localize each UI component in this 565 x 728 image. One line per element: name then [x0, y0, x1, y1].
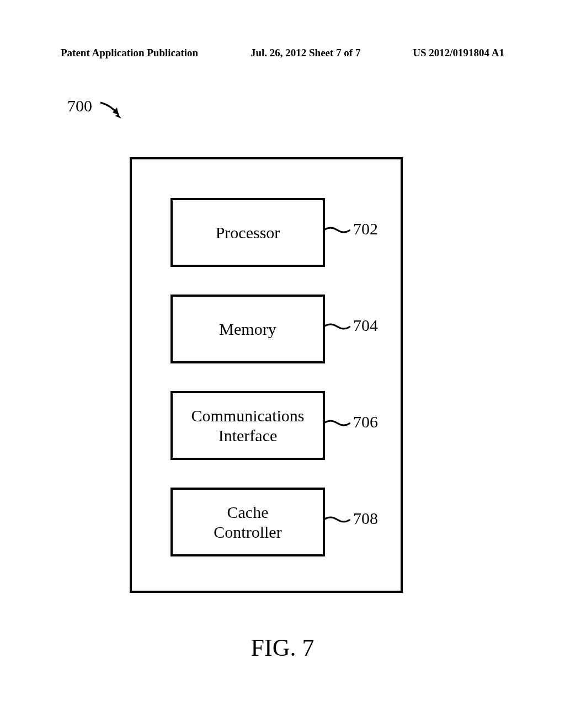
page-header: Patent Application Publication Jul. 26, …	[0, 47, 565, 59]
figure-label: FIG. 7	[0, 634, 565, 662]
cache-controller-label: Cache Controller	[214, 502, 281, 542]
header-publication-number: US 2012/0191804 A1	[413, 47, 504, 59]
header-date-sheet: Jul. 26, 2012 Sheet 7 of 7	[250, 47, 361, 59]
reference-connector-icon	[324, 320, 350, 331]
system-reference-number: 700	[67, 97, 92, 115]
reference-connector-icon	[324, 513, 350, 524]
memory-block: Memory	[170, 295, 325, 363]
reference-connector-icon	[324, 223, 350, 234]
cache-controller-reference-number: 708	[353, 509, 378, 528]
processor-reference-number: 702	[353, 220, 378, 238]
memory-reference-number: 704	[353, 316, 378, 335]
reference-arrow-icon	[99, 99, 127, 121]
communications-interface-label: Communications Interface	[191, 406, 305, 446]
header-publication-type: Patent Application Publication	[61, 47, 198, 59]
processor-label: Processor	[216, 223, 280, 243]
memory-label: Memory	[219, 319, 276, 339]
communications-interface-block: Communications Interface	[170, 391, 325, 460]
reference-connector-icon	[324, 416, 350, 427]
processor-block: Processor	[170, 198, 325, 267]
cache-controller-block: Cache Controller	[170, 488, 325, 556]
communications-interface-reference-number: 706	[353, 413, 378, 431]
